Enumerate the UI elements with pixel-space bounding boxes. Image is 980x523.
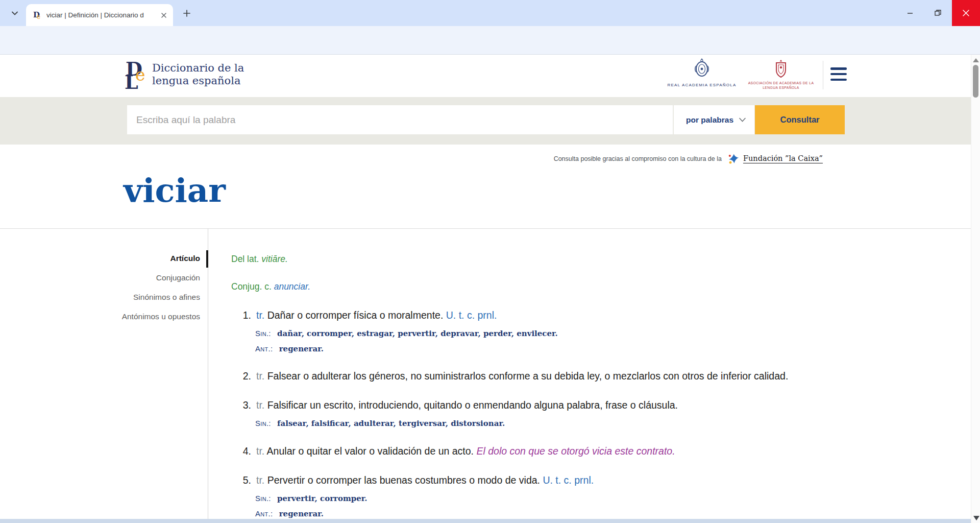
sidebar-item-sinonimos[interactable]: Sinónimos o afines [0, 293, 200, 302]
dle-logo[interactable]: D e L [125, 59, 149, 93]
close-button[interactable] [952, 0, 980, 26]
dle-page: D e L Diccionario de la lengua española … [0, 55, 980, 523]
syn-label: Sin.: [255, 419, 271, 427]
search-mode-dropdown[interactable]: por palabras [674, 105, 754, 134]
definition-text: Pervertir o corromper las buenas costumb… [267, 474, 540, 486]
browser-toolbar: dle.rae.es/viciar?m=form c Verifica que … [0, 26, 980, 55]
asale-logo[interactable]: ASOCIACIÓN DE ACADEMIAS DE LA LENGUA ESP… [743, 59, 819, 90]
antonyms-row: Ant.: regenerar. [255, 344, 324, 353]
scroll-up-arrow-icon[interactable] [973, 58, 979, 62]
page-title-word: viciar [124, 171, 226, 209]
synonym-links[interactable]: falsear, falsificar, adulterar, tergiver… [277, 419, 505, 428]
lacaixa-star-icon [727, 153, 740, 165]
scroll-down-arrow-icon[interactable] [973, 516, 979, 520]
definition-item: 3. tr. Falsificar un escrito, introducie… [232, 399, 678, 411]
ant-label: Ant.: [255, 344, 273, 353]
tab-title-fade [143, 4, 158, 26]
definition-number: 4. [232, 445, 251, 457]
etymology-line: Del lat. vitiāre. [231, 254, 288, 265]
next-section-edge [0, 519, 971, 523]
synonyms-row: Sin.: dañar, corromper, estragar, perver… [255, 329, 558, 338]
synonym-links[interactable]: dañar, corromper, estragar, pervertir, d… [277, 329, 558, 338]
ant-label: Ant.: [255, 509, 273, 518]
browser-titlebar: De viciar | Definición | Diccionario d [0, 0, 980, 26]
site-header: D e L Diccionario de la lengua española … [0, 55, 980, 97]
antonym-links[interactable]: regenerar. [279, 344, 324, 353]
sponsor-text: Consulta posible gracias al compromiso c… [554, 155, 722, 162]
antonym-links[interactable]: regenerar. [279, 509, 324, 518]
browser-tab[interactable]: De viciar | Definición | Diccionario d [26, 4, 173, 26]
dle-favicon-icon: De [33, 10, 42, 20]
asale-caption: ASOCIACIÓN DE ACADEMIAS DE LA LENGUA ESP… [743, 81, 819, 90]
definition-text: Anular o quitar el valor o validación de… [267, 445, 474, 457]
usage-note-link[interactable]: U. t. c. prnl. [543, 474, 594, 486]
usage-note-link[interactable]: U. t. c. prnl. [446, 310, 497, 321]
synonym-links[interactable]: pervertir, corromper. [277, 494, 368, 503]
usage-example: El dolo con que se otorgó vicia este con… [476, 445, 675, 457]
etymology-word: vitiāre. [261, 254, 288, 264]
horizontal-divider [0, 228, 980, 229]
synonyms-row: Sin.: pervertir, corromper. [255, 494, 368, 503]
tab-close-icon[interactable] [158, 10, 169, 20]
antonyms-row: Ant.: regenerar. [255, 509, 324, 518]
search-band: por palabras Consultar [0, 97, 980, 145]
abbr-tr[interactable]: tr. [256, 445, 264, 457]
sidebar-divider [208, 228, 208, 519]
search-mode-label: por palabras [686, 115, 733, 125]
header-divider [823, 61, 823, 89]
chevron-down-icon [739, 116, 746, 123]
window-controls [896, 0, 980, 26]
rae-caption: REAL ACADEMIA ESPAÑOLA [664, 83, 740, 87]
definition-item: 4. tr. Anular o quitar el valor o valida… [232, 445, 675, 457]
consultar-button[interactable]: Consultar [755, 105, 845, 134]
new-tab-button[interactable] [180, 6, 194, 20]
scrollbar-thumb[interactable] [973, 65, 978, 98]
definition-item: 1. tr. Dañar o corromper física o moralm… [232, 310, 497, 321]
definition-number: 2. [232, 370, 251, 382]
definition-text: Falsear o adulterar los géneros, no sumi… [267, 370, 789, 382]
abbr-tr-link[interactable]: tr. [256, 310, 264, 321]
abbr-tr[interactable]: tr. [256, 474, 264, 486]
active-tab-indicator [206, 250, 208, 268]
browser-window: De viciar | Definición | Diccionario d [0, 0, 980, 523]
syn-label: Sin.: [255, 494, 271, 503]
abbr-tr[interactable]: tr. [256, 399, 264, 411]
abbr-tr[interactable]: tr. [256, 370, 264, 382]
definition-item: 2. tr. Falsear o adulterar los géneros, … [232, 370, 788, 382]
chevron-down-icon [11, 9, 19, 17]
sidebar-item-articulo[interactable]: Artículo [0, 254, 200, 263]
hamburger-menu-button[interactable] [830, 67, 847, 81]
definition-text: Falsificar un escrito, introduciendo, qu… [267, 399, 678, 411]
search-input[interactable] [127, 105, 673, 134]
rae-logo[interactable]: REAL ACADEMIA ESPAÑOLA [664, 57, 740, 87]
conjugation-model-link[interactable]: anunciar. [274, 281, 310, 292]
conjugation-line: Conjug. c. anunciar. [231, 281, 310, 292]
page-scrollbar[interactable] [971, 55, 980, 523]
tab-title: viciar | Definición | Diccionario d [46, 11, 155, 19]
tab-search-button[interactable] [7, 6, 22, 21]
lacaixa-foundation-link[interactable]: Fundación ”la Caixa” [743, 154, 823, 163]
sponsor-row: Consulta posible gracias al compromiso c… [554, 153, 823, 165]
rae-crest-icon [691, 57, 713, 79]
definition-number: 3. [232, 399, 251, 411]
syn-label: Sin.: [255, 329, 271, 338]
definition-text: Dañar o corromper física o moralmente. [267, 310, 444, 321]
definition-number: 1. [232, 310, 251, 321]
site-wordmark[interactable]: Diccionario de la lengua española [152, 62, 244, 87]
sidebar-item-conjugacion[interactable]: Conjugación [0, 273, 200, 282]
definition-item: 5. tr. Pervertir o corromper las buenas … [232, 474, 594, 486]
minimize-button[interactable] [896, 0, 924, 26]
sidebar-item-antonimos[interactable]: Antónimos u opuestos [0, 312, 200, 321]
restore-button[interactable] [924, 0, 952, 26]
definition-number: 5. [232, 474, 251, 486]
synonyms-row: Sin.: falsear, falsificar, adulterar, te… [255, 419, 505, 428]
asale-crest-icon [772, 59, 790, 78]
